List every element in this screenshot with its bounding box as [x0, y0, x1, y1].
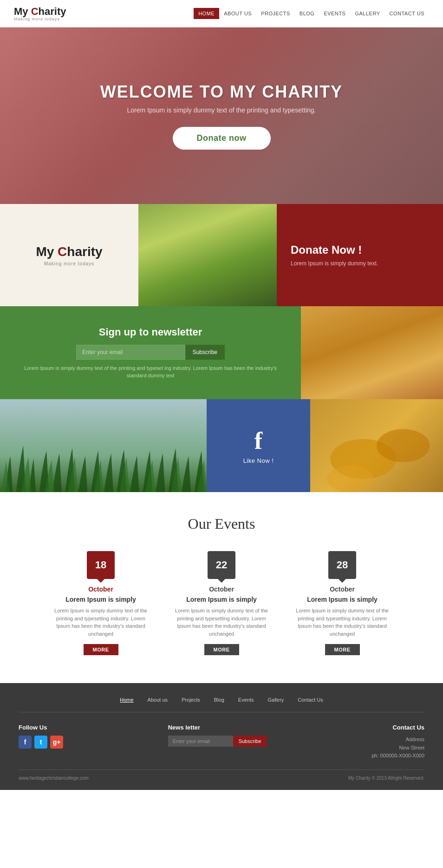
footer-socials: f t g+: [19, 736, 63, 749]
hero-title: WELCOME TO MY CHARITY: [100, 82, 343, 102]
footer-nav-home[interactable]: Home: [120, 697, 133, 703]
event-month-2: October: [170, 585, 273, 593]
footer-follow-col: Follow Us f t g+: [19, 724, 63, 760]
footer-subscribe-button[interactable]: Subscribe: [233, 736, 267, 747]
newsletter-row: Sign up to newsletter Subscribe Lorem Ip…: [0, 306, 443, 399]
event-title-2: Lorem Ipsum is simply: [170, 596, 273, 603]
logo-tagline: Making more todays: [14, 17, 66, 21]
event-card-3: 28 October Lorem Ipsum is simply Lorem I…: [291, 551, 393, 655]
event-day-3: 28: [337, 560, 348, 570]
event-desc-1: Lorem Ipsum is simply dummy text of the …: [50, 607, 152, 638]
nav-home[interactable]: HOME: [194, 8, 219, 19]
nav-events[interactable]: EVENTS: [319, 8, 350, 19]
event-card-2: 22 October Lorem Ipsum is simply Lorem I…: [170, 551, 273, 655]
autumn-image: [301, 306, 443, 399]
footer-address-2: New Street: [371, 744, 424, 752]
main-nav: HOME ABOUT US PROJECTS BLOG EVENTS GALLE…: [194, 8, 429, 19]
footer-contact-col: Contact Us Address New Street ph: 000000…: [371, 724, 424, 760]
hero-subtitle: Lorem Ipsum is simply dummy text of the …: [100, 106, 343, 114]
footer-bottom: www.heritagechristiancollege.com My Char…: [19, 769, 424, 781]
event-day-2: 22: [216, 560, 227, 570]
footer-contact-title: Contact Us: [371, 724, 424, 731]
newsletter-title: Sign up to newsletter: [99, 326, 202, 338]
footer-contact-info: Address New Street ph: 000000-X000-X000: [371, 736, 424, 760]
svg-point-3: [377, 429, 430, 462]
nav-about[interactable]: ABOUT US: [219, 8, 256, 19]
footer-nav-about[interactable]: About us: [148, 697, 168, 703]
newsletter-form: Subscribe: [76, 345, 225, 360]
footer-nav: Home About us Projects Blog Events Galle…: [19, 697, 424, 712]
footer-newsletter-col: News letter Subscribe: [168, 724, 267, 760]
svg-point-4: [327, 466, 373, 492]
event-more-button-3[interactable]: MORE: [325, 644, 360, 655]
hero-section: WELCOME TO MY CHARITY Lorem Ipsum is sim…: [0, 27, 443, 204]
event-tick-1: [97, 579, 104, 583]
grass-image: [0, 399, 207, 492]
footer-copyright: My Charity © 2013 Allright Reserved.: [348, 776, 424, 781]
twitter-social-icon[interactable]: t: [34, 736, 47, 749]
newsletter-panel: Sign up to newsletter Subscribe Lorem Ip…: [0, 306, 301, 399]
footer-newsletter-form: Subscribe: [168, 736, 267, 747]
footer-nav-gallery[interactable]: Gallery: [267, 697, 284, 703]
event-tick-3: [339, 579, 346, 583]
logo: My Charity Making more todays: [14, 6, 66, 21]
footer-columns: Follow Us f t g+ News letter Subscribe C…: [19, 724, 424, 760]
footer-nav-projects[interactable]: Projects: [182, 697, 200, 703]
mid-donate-panel: Donate Now ! Lorem Ipsum is simply dummy…: [277, 204, 443, 306]
googleplus-social-icon[interactable]: g+: [50, 736, 63, 749]
footer-address-1: Address: [371, 736, 424, 744]
event-date-box-2: 22: [208, 551, 235, 579]
footer-follow-title: Follow Us: [19, 724, 63, 731]
events-grid: 18 October Lorem Ipsum is simply Lorem I…: [19, 551, 424, 655]
newsletter-description: Lorem Ipsum is simply dummy text of the …: [19, 364, 282, 380]
mid-donate-desc: Lorem Ipsum is simply dummy text.: [291, 260, 378, 267]
facebook-social-icon[interactable]: f: [19, 736, 32, 749]
newsletter-email-input[interactable]: [76, 345, 185, 360]
footer: Home About us Projects Blog Events Galle…: [0, 683, 443, 790]
header: My Charity Making more todays HOME ABOUT…: [0, 0, 443, 27]
event-title-1: Lorem Ipsum is simply: [50, 596, 152, 603]
event-date-box-1: 18: [87, 551, 115, 579]
event-date-box-3: 28: [328, 551, 356, 579]
event-month-3: October: [291, 585, 393, 593]
autumn2-image: [310, 399, 443, 492]
event-day-1: 18: [95, 560, 106, 570]
bottom-images-row: f Like Now !: [0, 399, 443, 492]
event-desc-2: Lorem Ipsum is simply dummy text of the …: [170, 607, 273, 638]
footer-phone: ph: 000000-X000-X000: [371, 752, 424, 760]
facebook-panel[interactable]: f Like Now !: [207, 399, 310, 492]
newsletter-subscribe-button[interactable]: Subscribe: [185, 345, 225, 360]
footer-nav-blog[interactable]: Blog: [214, 697, 224, 703]
mid-section: My Charity Making more todays Donate Now…: [0, 204, 443, 306]
footer-nav-events[interactable]: Events: [238, 697, 254, 703]
nav-projects[interactable]: PROJECTS: [256, 8, 295, 19]
event-card-1: 18 October Lorem Ipsum is simply Lorem I…: [50, 551, 152, 655]
footer-nav-contact[interactable]: Contact Us: [298, 697, 323, 703]
nav-gallery[interactable]: GALLERY: [350, 8, 384, 19]
mid-logo-panel: My Charity Making more todays: [0, 204, 138, 306]
facebook-icon: f: [254, 427, 262, 454]
footer-newsletter-title: News letter: [168, 724, 267, 731]
events-title: Our Events: [19, 515, 424, 533]
facebook-like-label: Like Now !: [243, 457, 274, 464]
nav-contact[interactable]: CONTACT US: [385, 8, 430, 19]
donate-now-button[interactable]: Donate now: [173, 127, 271, 150]
event-month-1: October: [50, 585, 152, 593]
event-more-button-2[interactable]: MORE: [204, 644, 239, 655]
mid-nature-image: [138, 204, 277, 306]
event-desc-3: Lorem Ipsum is simply dummy text of the …: [291, 607, 393, 638]
hero-content: WELCOME TO MY CHARITY Lorem Ipsum is sim…: [100, 82, 343, 150]
mid-donate-title: Donate Now !: [291, 243, 362, 256]
footer-website-link[interactable]: www.heritagechristiancollege.com: [19, 776, 89, 781]
event-more-button-1[interactable]: MORE: [84, 644, 118, 655]
mid-logo-tagline: Making more todays: [44, 261, 94, 266]
event-title-3: Lorem Ipsum is simply: [291, 596, 393, 603]
nav-blog[interactable]: BLOG: [295, 8, 319, 19]
events-section: Our Events 18 October Lorem Ipsum is sim…: [0, 492, 443, 683]
event-tick-2: [218, 579, 225, 583]
footer-email-input[interactable]: [168, 736, 233, 747]
